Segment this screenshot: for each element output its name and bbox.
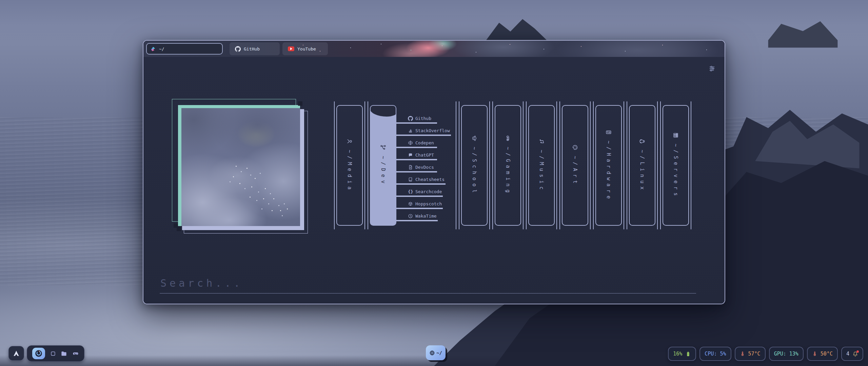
github-icon <box>408 116 413 121</box>
book-dev[interactable]: ~/Dev <box>370 105 396 226</box>
book-dev-open: ~/Dev Github StackOverflow <box>370 105 454 226</box>
github-icon <box>235 46 241 52</box>
notification-count: 4 <box>846 351 849 357</box>
book-label: ~/Hardware <box>606 141 612 202</box>
cpu-temp-value: 57°C <box>748 351 761 357</box>
link-label: StackOverflow <box>415 128 450 133</box>
link-devdocs[interactable]: DevDocs <box>396 164 437 172</box>
link-github[interactable]: Github <box>396 115 437 124</box>
book-label: ~/Media <box>347 150 353 192</box>
tab-label: GitHub <box>244 46 260 52</box>
link-label: Cheatsheets <box>415 177 445 182</box>
link-chatgpt[interactable]: ChatGPT <box>396 152 437 160</box>
frame-corner-handle <box>177 227 181 231</box>
tux-icon <box>639 138 645 144</box>
book-music[interactable]: ~/Music <box>528 105 555 226</box>
tab-youtube[interactable]: YouTube <box>282 42 328 55</box>
gpu-temp-chip: 50°C <box>807 347 838 361</box>
gamepad-icon <box>72 350 79 357</box>
codepen-icon <box>408 140 413 145</box>
link-hoppscotch[interactable]: Hoppscotch <box>396 201 443 209</box>
window-icon <box>50 351 56 357</box>
chat-bubble-icon <box>408 152 413 158</box>
search-input[interactable] <box>160 277 696 293</box>
book-art[interactable]: ~/Art <box>562 105 588 226</box>
battery-percent: 16% <box>673 351 682 357</box>
book-label: ~/Servers <box>673 144 679 199</box>
sliders-icon[interactable] <box>708 65 716 73</box>
cpu-temp-chip: 57°C <box>735 347 766 361</box>
book-hardware[interactable]: ~/Hardware <box>595 105 622 226</box>
dock-item-games[interactable] <box>72 350 79 357</box>
folder-icon <box>61 350 67 357</box>
book-label: ~/Art <box>572 156 578 186</box>
notification-badge <box>856 350 859 353</box>
book-servers[interactable]: ~/Servers <box>663 105 689 226</box>
browser-window: ~/ GitHub YouTube <box>143 40 725 304</box>
clock-icon <box>408 214 413 219</box>
battery-icon <box>685 351 691 357</box>
link-label: WakaTime <box>415 214 437 219</box>
git-branch-icon <box>380 144 386 150</box>
shelf-divider <box>523 101 527 229</box>
dock-item-files[interactable] <box>61 350 67 357</box>
dock-item-window[interactable] <box>50 351 56 357</box>
shelf-divider <box>364 101 368 229</box>
book-icon <box>408 177 413 182</box>
link-searchcode[interactable]: {} Searchcode <box>396 188 443 197</box>
focused-window-label: ~/ <box>436 350 442 355</box>
star-dots <box>181 108 182 109</box>
dev-links-list: Github StackOverflow Codepen <box>396 105 454 225</box>
dock-item-browser[interactable] <box>32 348 45 359</box>
app-launcher-button[interactable] <box>8 346 24 361</box>
shelf-divider <box>556 101 560 229</box>
tab-label: ~/ <box>159 46 164 52</box>
link-stackoverflow[interactable]: StackOverflow <box>396 127 451 136</box>
focused-window-indicator[interactable]: ~/ <box>426 345 446 360</box>
gpu-label: GPU: <box>774 351 786 357</box>
book-media[interactable]: ~/Media <box>336 105 363 226</box>
book-school[interactable]: ~/School <box>461 105 488 226</box>
book-linux[interactable]: ~/Linux <box>629 105 655 226</box>
cloud-night-sky-art <box>178 105 300 226</box>
youtube-icon <box>288 46 294 51</box>
person-icon <box>347 138 353 144</box>
link-label: Github <box>415 116 431 121</box>
link-label: Searchcode <box>415 189 442 194</box>
book-label: ~/Music <box>538 150 545 192</box>
notifications-chip[interactable]: 4 <box>841 347 863 361</box>
firefox-icon <box>34 349 43 358</box>
link-label: Codepen <box>415 140 434 145</box>
link-cheatsheets[interactable]: Cheatsheets <box>396 176 446 185</box>
thermometer-icon <box>812 351 817 357</box>
link-label: DevDocs <box>415 165 434 170</box>
gpu-temp-value: 50°C <box>821 351 833 357</box>
link-wakatime[interactable]: WakaTime <box>396 213 438 221</box>
gamepad-icon <box>505 135 511 141</box>
graduation-cap-icon <box>471 135 477 141</box>
status-bar: 16% CPU: 5% 57°C GPU: 13% 50°C 4 <box>668 347 863 361</box>
thermometer-icon <box>740 351 745 357</box>
book-gaming[interactable]: ~/Gaming <box>495 105 521 226</box>
cpu-label: CPU: <box>705 351 717 357</box>
frame-corner-handle <box>298 101 302 106</box>
link-label: ChatGPT <box>415 152 434 158</box>
book-label: ~/School <box>471 147 477 196</box>
gpu-chip: GPU: 13% <box>769 347 804 361</box>
shelf-divider <box>691 101 691 229</box>
stackoverflow-icon <box>408 128 413 133</box>
tab-github[interactable]: GitHub <box>230 42 280 55</box>
tab-home[interactable]: ~/ <box>146 43 223 55</box>
book-label: ~/Dev <box>380 156 386 186</box>
search-bar <box>160 277 696 293</box>
link-codepen[interactable]: Codepen <box>396 140 437 148</box>
shelf-divider <box>657 101 661 229</box>
book-label: ~/Gaming <box>505 147 511 196</box>
cpu-value: 5% <box>720 351 726 357</box>
document-icon <box>408 165 413 170</box>
tab-label: YouTube <box>297 46 316 52</box>
gpu-value: 13% <box>789 351 798 357</box>
shelf-divider <box>590 101 594 229</box>
shelf-divider <box>334 101 335 229</box>
server-rack-icon <box>673 132 679 138</box>
